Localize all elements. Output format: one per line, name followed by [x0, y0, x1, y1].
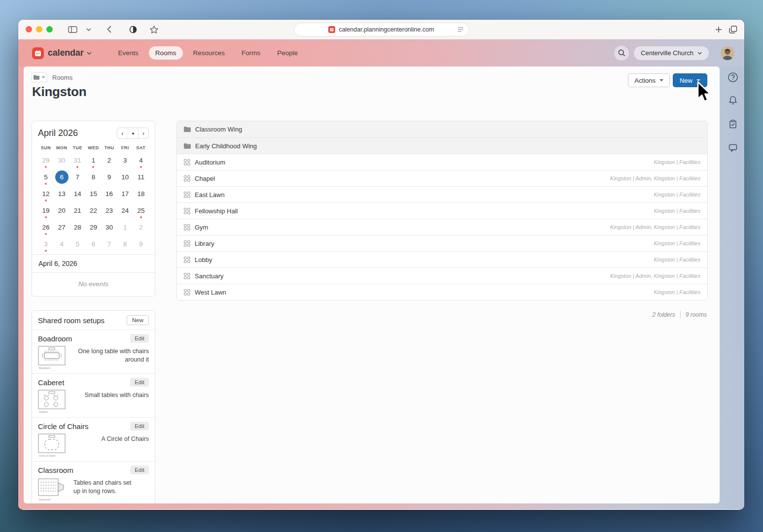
edit-setup-button[interactable]: Edit — [130, 422, 149, 431]
calendar-day[interactable]: 5 — [38, 168, 54, 185]
calendar-day[interactable]: 22 — [85, 202, 101, 219]
calendar-day[interactable]: 14 — [69, 185, 85, 202]
new-button[interactable]: New — [673, 73, 707, 87]
calendar-day[interactable]: 23 — [102, 202, 117, 219]
close-window-button[interactable] — [26, 26, 32, 33]
calendar-day[interactable]: 26 — [38, 219, 54, 235]
room-row[interactable]: Library Kingston | Facilities — [177, 235, 707, 251]
nav-tab[interactable]: People — [271, 46, 304, 60]
help-button[interactable] — [726, 70, 740, 84]
search-button[interactable] — [614, 46, 629, 61]
organization-switcher[interactable]: Centerville Church — [634, 46, 709, 60]
notifications-button[interactable] — [726, 94, 740, 107]
nav-tab[interactable]: Forms — [235, 46, 267, 60]
calendar-day[interactable]: 31 — [69, 152, 85, 168]
calendar-day[interactable]: 7 — [102, 235, 117, 252]
calendar-day[interactable]: 30 — [102, 219, 117, 235]
calendar-day[interactable]: 16 — [102, 185, 117, 202]
breadcrumb-label[interactable]: Rooms — [52, 74, 72, 81]
calendar-day[interactable]: 18 — [133, 185, 149, 202]
calendar-day[interactable]: 4 — [54, 235, 69, 252]
tasks-button[interactable] — [726, 117, 740, 131]
back-icon[interactable] — [103, 23, 116, 36]
calendar-day[interactable]: 12 — [38, 185, 54, 202]
room-row[interactable]: Sanctuary Kingston | Admin, Kingston | F… — [177, 267, 707, 284]
calendar-day[interactable]: 6 — [54, 168, 69, 185]
calendar-day[interactable]: 9 — [102, 168, 117, 185]
room-row[interactable]: East Lawn Kingston | Facilities — [177, 186, 707, 202]
calendar-day[interactable]: 13 — [54, 185, 69, 202]
calendar-today-button[interactable]: ● — [128, 128, 138, 138]
calendar-day[interactable]: 27 — [54, 219, 69, 235]
calendar-day[interactable]: 25 — [133, 202, 149, 219]
actions-button[interactable]: Actions — [628, 73, 670, 87]
calendar-day-number: 17 — [118, 187, 132, 200]
edit-setup-button[interactable]: Edit — [130, 378, 149, 387]
folder-row[interactable]: Early Childhood Wing — [177, 137, 707, 154]
calendar-day[interactable]: 6 — [85, 235, 101, 252]
room-row[interactable]: Gym Kingston | Admin, Kingston | Facilit… — [177, 219, 707, 235]
calendar-day-header: FRI — [117, 145, 133, 150]
room-grid-icon — [184, 240, 190, 247]
minimize-window-button[interactable] — [36, 26, 42, 33]
new-tab-icon[interactable] — [715, 26, 722, 33]
calendar-day[interactable]: 8 — [85, 168, 101, 185]
calendar-day[interactable]: 11 — [133, 168, 149, 185]
edit-setup-button[interactable]: Edit — [130, 466, 149, 474]
calendar-day[interactable]: 29 — [85, 219, 101, 235]
bookmark-star-icon[interactable] — [145, 23, 163, 36]
calendar-day[interactable]: 1 — [85, 152, 101, 168]
calendar-day[interactable]: 19 — [38, 202, 54, 219]
calendar-app-logo-icon[interactable] — [32, 47, 44, 59]
folder-filter-button[interactable] — [32, 72, 47, 82]
nav-tab[interactable]: Events — [111, 46, 144, 60]
product-switcher-chevron-icon[interactable] — [87, 52, 92, 55]
room-row[interactable]: Lobby Kingston | Facilities — [177, 251, 707, 267]
room-row[interactable]: Auditorium Kingston | Facilities — [177, 154, 707, 170]
calendar-day[interactable]: 8 — [117, 235, 133, 252]
tab-overview-icon[interactable] — [729, 26, 737, 33]
calendar-day[interactable]: 15 — [85, 185, 101, 202]
calendar-prev-button[interactable]: ‹ — [117, 128, 128, 138]
nav-tab[interactable]: Rooms — [149, 46, 183, 60]
new-button-label: New — [680, 77, 693, 84]
calendar-day[interactable]: 17 — [117, 185, 133, 202]
room-row[interactable]: West Lawn Kingston | Facilities — [177, 284, 707, 300]
calendar-day[interactable]: 5 — [69, 235, 85, 252]
no-events-label: No events — [32, 272, 155, 296]
calendar-day[interactable]: 10 — [117, 168, 133, 185]
calendar-day[interactable]: 9 — [133, 235, 149, 252]
folder-name: Early Childhood Wing — [195, 142, 257, 150]
calendar-next-button[interactable]: › — [138, 128, 148, 138]
calendar-day-number: 1 — [87, 154, 100, 167]
sidebar-toggle-icon[interactable] — [64, 23, 82, 36]
reader-mode-icon[interactable] — [457, 27, 464, 33]
calendar-day[interactable]: 2 — [133, 219, 149, 235]
nav-tab[interactable]: Resources — [187, 46, 232, 60]
calendar-day[interactable]: 24 — [117, 202, 133, 219]
calendar-day[interactable]: 30 — [54, 152, 69, 168]
room-row[interactable]: Chapel Kingston | Admin, Kingston | Faci… — [177, 170, 707, 186]
calendar-day[interactable]: 1 — [117, 219, 133, 235]
calendar-day[interactable]: 28 — [69, 219, 85, 235]
sidebar-chevron-icon[interactable] — [82, 23, 96, 36]
calendar-day[interactable]: 7 — [69, 168, 85, 185]
shield-privacy-icon[interactable] — [125, 23, 141, 36]
zoom-window-button[interactable] — [46, 26, 53, 33]
edit-setup-button[interactable]: Edit — [130, 334, 149, 343]
folder-row[interactable]: Classroom Wing — [177, 121, 707, 137]
chat-button[interactable] — [726, 140, 740, 154]
calendar-day[interactable]: 29 — [38, 152, 54, 168]
calendar-day[interactable]: 20 — [54, 202, 69, 219]
folder-name: Classroom Wing — [195, 126, 242, 133]
chevron-down-icon — [696, 79, 700, 81]
calendar-day[interactable]: 21 — [69, 202, 85, 219]
address-bar[interactable]: calendar.planningcenteronline.com — [294, 23, 469, 36]
room-row[interactable]: Fellowship Hall Kingston | Facilities — [177, 202, 707, 219]
new-setup-button[interactable]: New — [127, 315, 149, 325]
user-avatar[interactable] — [721, 46, 734, 60]
calendar-day[interactable]: 3 — [38, 235, 54, 252]
calendar-day[interactable]: 2 — [102, 152, 117, 168]
calendar-day[interactable]: 3 — [117, 152, 133, 168]
calendar-day[interactable]: 4 — [133, 152, 149, 168]
